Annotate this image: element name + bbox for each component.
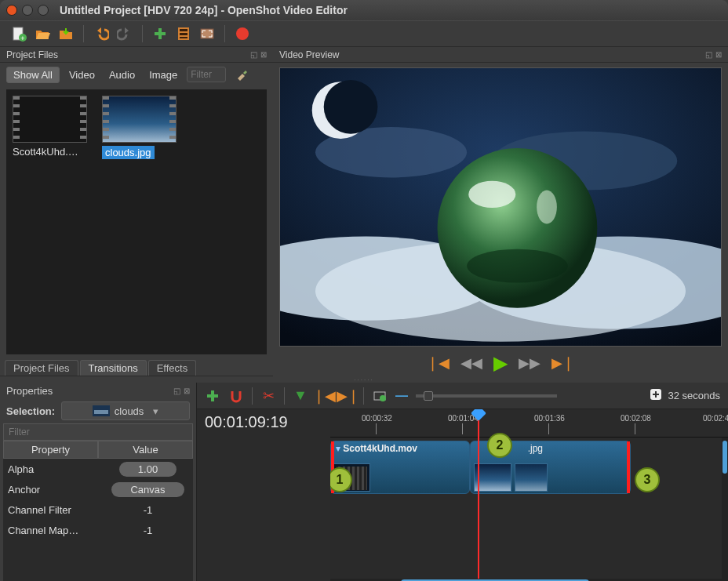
choose-profile-icon[interactable] <box>176 26 191 42</box>
filter-video-button[interactable]: Video <box>64 67 100 82</box>
add-track-icon[interactable] <box>205 388 220 404</box>
property-row[interactable]: Alpha 1.00 <box>3 459 193 479</box>
zoom-slider[interactable] <box>416 394 557 398</box>
svg-point-17 <box>438 148 598 308</box>
undo-icon[interactable] <box>93 26 109 42</box>
selection-combo[interactable]: clouds ▾ <box>61 401 190 420</box>
clip-thumb-icon <box>93 405 110 416</box>
video-preview-canvas[interactable] <box>279 67 722 347</box>
clear-filter-icon[interactable] <box>234 67 249 82</box>
svg-rect-22 <box>94 410 108 414</box>
clip-expand-icon[interactable]: ▾ <box>336 443 340 454</box>
snap-toggle-icon[interactable] <box>228 388 244 404</box>
project-files-grid[interactable]: Scott4kUhd.… clouds.jpg <box>6 89 267 354</box>
rewind-button[interactable]: ◀◀ <box>460 354 482 372</box>
annotation-badge: 2 <box>487 433 512 458</box>
undock-icon[interactable]: ◱ <box>250 50 257 59</box>
properties-header: Properties ◱⊠ <box>0 383 196 398</box>
jump-start-button[interactable]: ❘◀ <box>427 354 450 372</box>
svg-rect-6 <box>180 37 187 38</box>
timeline-track[interactable]: ▾ Track 4 ▾ Scott4kUhd.mov . .jpg <box>330 439 728 496</box>
property-row[interactable]: Channel Filter -1 <box>3 499 193 520</box>
property-row[interactable]: Channel Map… -1 <box>3 520 193 540</box>
timeline-vertical-scrollbar[interactable] <box>722 438 728 579</box>
video-preview-title: Video Preview <box>279 49 340 60</box>
timeline-timecode: 00:01:09:19 <box>205 413 288 431</box>
jump-end-button[interactable]: ▶❘ <box>551 354 574 372</box>
properties-filter-input[interactable] <box>3 423 193 441</box>
clip-label: .jpg <box>528 443 543 454</box>
undock-icon[interactable]: ◱ <box>173 387 180 395</box>
next-marker-icon[interactable]: ▶❘ <box>340 388 355 404</box>
svg-rect-5 <box>180 33 187 35</box>
undock-icon[interactable]: ◱ <box>705 50 712 59</box>
timeline-track-headers: 00:01:09:19 <box>197 409 330 581</box>
file-filter-bar: Show All Video Audio Image <box>0 63 273 86</box>
svg-rect-4 <box>180 29 187 31</box>
timeline-track[interactable]: ▾ Track 3 <box>330 502 728 544</box>
project-files-header: Project Files ◱⊠ <box>0 47 273 63</box>
svg-point-24 <box>380 395 386 401</box>
tab-transitions[interactable]: Transitions <box>80 360 147 376</box>
window-minimize-button[interactable] <box>22 5 33 16</box>
left-panel-tabs: Project Files Transitions Effects <box>0 358 273 376</box>
file-filter-input[interactable] <box>187 67 226 82</box>
filter-image-button[interactable]: Image <box>144 67 182 82</box>
properties-col-property[interactable]: Property <box>3 441 98 459</box>
properties-table: Property Value Alpha 1.00 Anchor Canvas … <box>3 441 193 581</box>
filter-audio-button[interactable]: Audio <box>104 67 140 82</box>
zoom-in-icon[interactable] <box>650 388 662 403</box>
file-label: clouds.jpg <box>102 146 155 159</box>
svg-point-20 <box>467 249 568 283</box>
add-media-icon[interactable] <box>152 26 168 42</box>
zoom-out-icon[interactable]: — <box>395 389 408 403</box>
clip-label: Scott4kUhd.mov <box>343 443 417 454</box>
selection-label: Selection: <box>6 405 55 417</box>
export-video-icon[interactable] <box>235 26 250 42</box>
save-icon[interactable] <box>58 26 74 42</box>
properties-title: Properties <box>6 385 53 397</box>
timeline-canvas[interactable]: 00:00:32 00:01:04 00:01:36 00:02:08 00:0… <box>330 409 728 581</box>
clip-thumbnail <box>474 463 511 492</box>
timeline-ruler[interactable]: 00:00:32 00:01:04 00:01:36 00:02:08 00:0… <box>330 409 728 438</box>
new-file-icon[interactable]: + <box>11 26 27 42</box>
timeline-clip[interactable]: ▾ Scott4kUhd.mov <box>330 441 470 494</box>
splitter-horizontal[interactable]: ······ <box>0 376 728 383</box>
properties-col-value[interactable]: Value <box>98 441 193 459</box>
clip-right-handle[interactable] <box>627 441 630 493</box>
tab-effects[interactable]: Effects <box>148 360 197 376</box>
add-marker-icon[interactable]: ▼ <box>293 388 308 404</box>
project-files-title: Project Files <box>6 49 58 60</box>
project-file-item[interactable]: Scott4kUhd.… <box>13 96 91 159</box>
close-panel-icon[interactable]: ⊠ <box>184 387 190 395</box>
annotation-badge: 3 <box>635 467 660 492</box>
tab-project-files[interactable]: Project Files <box>5 360 78 376</box>
svg-point-8 <box>236 27 249 40</box>
main-toolbar: + <box>0 20 728 47</box>
timeline-playhead[interactable] <box>478 409 479 581</box>
close-panel-icon[interactable]: ⊠ <box>260 50 267 59</box>
play-button[interactable]: ▶ <box>493 352 508 374</box>
svg-point-19 <box>537 191 557 224</box>
svg-text:+: + <box>20 34 24 42</box>
redo-icon[interactable] <box>117 26 133 42</box>
svg-point-16 <box>324 80 378 134</box>
window-close-button[interactable] <box>6 5 17 16</box>
video-preview-header: Video Preview ◱⊠ <box>273 47 728 63</box>
clip-thumbnail <box>515 463 548 492</box>
window-maximize-button[interactable] <box>38 5 49 16</box>
timeline-toolbar: ✂ ▼ ❘◀ ▶❘ — 32 seconds <box>197 383 728 409</box>
center-playhead-icon[interactable] <box>372 388 388 404</box>
close-panel-icon[interactable]: ⊠ <box>715 50 722 59</box>
razor-tool-icon[interactable]: ✂ <box>260 388 276 404</box>
window-title: Untitled Project [HDV 720 24p] - OpenSho… <box>60 4 348 16</box>
open-file-icon[interactable] <box>35 26 50 42</box>
project-file-item[interactable]: clouds.jpg <box>102 96 180 159</box>
property-row[interactable]: Anchor Canvas <box>3 479 193 499</box>
window-titlebar: Untitled Project [HDV 720 24p] - OpenSho… <box>0 0 728 20</box>
prev-marker-icon[interactable]: ❘◀ <box>316 388 332 404</box>
fullscreen-icon[interactable] <box>199 26 215 42</box>
file-label: Scott4kUhd.… <box>13 143 91 158</box>
fast-forward-button[interactable]: ▶▶ <box>519 354 541 372</box>
filter-show-all-button[interactable]: Show All <box>6 67 60 83</box>
